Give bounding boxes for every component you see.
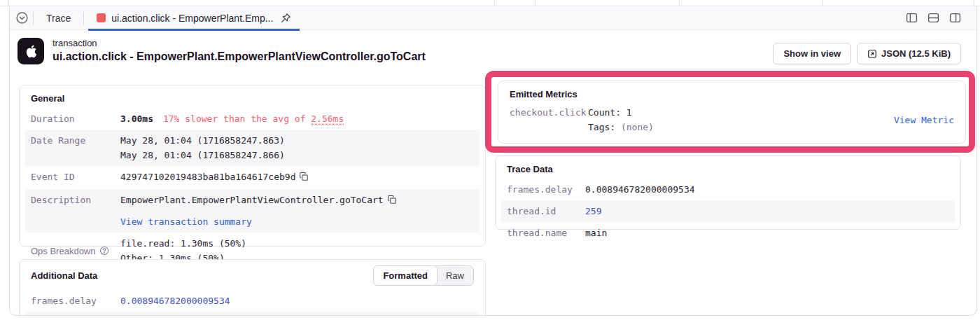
tab-separator <box>33 12 34 25</box>
emitted-metric-row: checkout.click Count: 1 Tags: (none) Vie… <box>498 104 965 140</box>
background-table-edge <box>0 0 980 6</box>
metric-count: Count: 1 <box>588 105 894 120</box>
trace-data-key: thread.id <box>507 204 585 219</box>
show-in-view-label: Show in view <box>783 48 841 59</box>
show-in-view-button[interactable]: Show in view <box>773 43 851 64</box>
json-download-button[interactable]: JSON (12.5 KiB) <box>857 43 961 64</box>
table-row: frames.delay 0.008946782000009534 <box>501 179 955 200</box>
trace-data-value: 0.008946782000009534 <box>585 182 695 197</box>
date-range-start: May 28, 01:04 (1716858247.863) <box>120 133 285 148</box>
apple-platform-icon <box>18 38 44 64</box>
pin-icon[interactable] <box>280 13 291 24</box>
tab-separator <box>83 12 84 25</box>
ops-breakdown-label: Ops Breakdown <box>31 244 120 258</box>
general-panel-title: General <box>20 85 485 108</box>
event-id-label: Event ID <box>31 170 120 184</box>
duration-label: Duration <box>31 111 120 126</box>
emitted-metrics-title: Emitted Metrics <box>498 81 965 104</box>
ops-breakdown-label-text: Ops Breakdown <box>31 244 96 258</box>
duration-row: Duration 3.00ms17% slower than the avg o… <box>25 108 479 130</box>
additional-data-value: 0.008946782000009534 <box>120 293 230 308</box>
layout-split-horizontal-icon[interactable] <box>927 12 939 24</box>
trace-data-key: thread.name <box>507 226 585 240</box>
table-row: frames.delay 0.008946782000009534 <box>25 290 479 312</box>
format-toggle: Formatted Raw <box>373 265 474 286</box>
trace-data-value: 259 <box>585 204 601 219</box>
tab-transaction-active[interactable]: ui.action.click - EmpowerPlant.Emp... <box>88 6 300 30</box>
duration-value: 3.00ms <box>120 113 153 124</box>
duration-note: 17% slower than the avg of <box>163 113 311 124</box>
tab-trace-label: Trace <box>46 13 71 24</box>
additional-data-value: 259 <box>120 315 136 316</box>
drawer-tab-bar: Trace ui.action.click - EmpowerPlant.Emp… <box>10 6 976 30</box>
table-row: thread.name main <box>501 222 955 244</box>
page-title: ui.action.click - EmpowerPlant.EmpowerPl… <box>52 50 426 63</box>
transaction-header: transaction ui.action.click - EmpowerPla… <box>18 38 426 64</box>
view-transaction-summary-link[interactable]: View transaction summary <box>120 214 397 229</box>
toggle-raw[interactable]: Raw <box>437 266 473 285</box>
metric-name: checkout.click <box>510 105 588 120</box>
help-icon[interactable] <box>99 246 109 256</box>
trace-data-title: Trace Data <box>496 156 960 179</box>
additional-data-key: thread.id <box>31 315 120 316</box>
copy-icon[interactable] <box>299 171 309 186</box>
date-range-end: May 28, 01:04 (1716858247.866) <box>120 148 285 162</box>
trace-data-key: frames.delay <box>507 182 585 197</box>
additional-data-key: frames.delay <box>31 293 120 308</box>
json-button-label: JSON (12.5 KiB) <box>881 48 951 59</box>
view-metric-link[interactable]: View Metric <box>894 113 954 127</box>
layout-sidebar-right-icon[interactable] <box>949 12 961 24</box>
date-range-label: Date Range <box>31 133 120 148</box>
ops-breakdown-item: file.read: 1.30ms (50%) <box>120 236 246 251</box>
additional-data-panel: Additional Data Formatted Raw frames.del… <box>19 259 486 316</box>
trace-drawer: Trace ui.action.click - EmpowerPlant.Emp… <box>9 6 977 316</box>
metric-tags-label: Tags: <box>588 122 621 132</box>
event-id-row: Event ID 429747102019483ba81ba164617ceb9… <box>25 166 479 189</box>
chevron-down-circle-icon[interactable] <box>15 11 29 25</box>
description-value: EmpowerPlant.EmpowerPlantViewController.… <box>120 195 384 205</box>
trace-data-value: main <box>585 226 607 240</box>
additional-data-title: Additional Data <box>31 270 97 281</box>
emitted-metrics-panel: Emitted Metrics checkout.click Count: 1 … <box>498 81 966 144</box>
transaction-type-swatch <box>97 13 106 22</box>
table-row: thread.id 259 <box>25 312 479 316</box>
tab-trace[interactable]: Trace <box>38 6 79 30</box>
copy-icon[interactable] <box>387 194 397 209</box>
description-label: Description <box>31 193 120 207</box>
date-range-row: Date Range May 28, 01:04 (1716858247.863… <box>25 130 479 166</box>
external-link-icon <box>867 49 877 59</box>
event-id-value: 429747102019483ba81ba164617ceb9d <box>120 172 295 182</box>
description-row: Description EmpowerPlant.EmpowerPlantVie… <box>25 189 479 233</box>
metric-tags-value: (none) <box>621 122 654 132</box>
table-row: thread.id 259 <box>501 200 955 222</box>
general-panel: General Duration 3.00ms17% slower than t… <box>19 85 486 247</box>
header-actions: Show in view JSON (12.5 KiB) <box>773 43 961 64</box>
event-type-label: transaction <box>52 38 426 48</box>
trace-data-panel: Trace Data frames.delay 0.00894678200000… <box>495 155 961 230</box>
tab-transaction-label: ui.action.click - EmpowerPlant.Emp... <box>111 13 273 24</box>
duration-avg-value[interactable]: 2.56ms <box>311 113 344 124</box>
layout-sidebar-left-icon[interactable] <box>906 12 918 24</box>
toggle-formatted[interactable]: Formatted <box>373 265 438 286</box>
